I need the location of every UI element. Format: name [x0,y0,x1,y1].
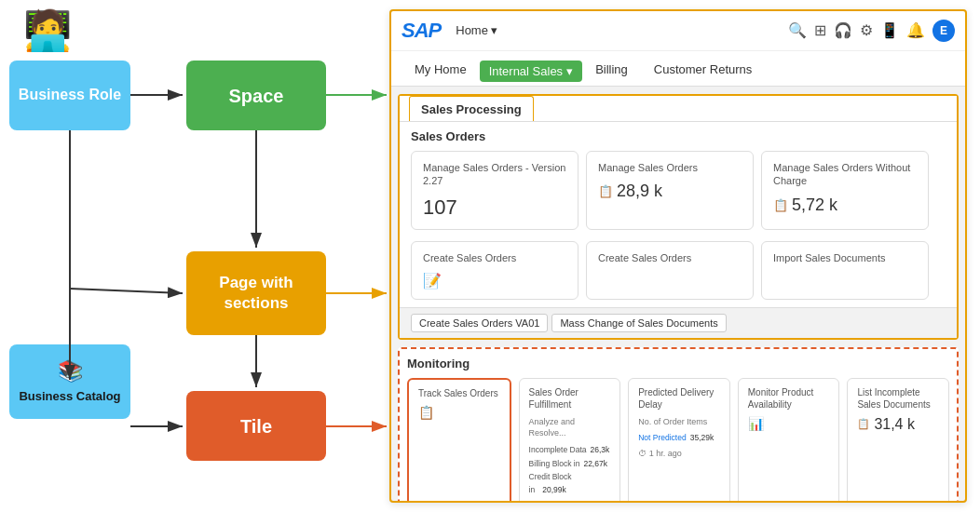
tile-value-1: 107 [423,195,566,220]
bottom-tab-mass-change[interactable]: Mass Change of Sales Documents [551,314,726,332]
page-with-sections-box: Page with sections [186,251,326,335]
monitoring-wrapper: Monitoring Track Sales Orders 📋 Sales Or… [398,347,959,502]
sap-logo: SAP [402,19,441,43]
page-section-wrapper: Sales Processing Sales Orders Manage Sal… [398,94,959,340]
nav-tab-customer-returns[interactable]: Customer Returns [641,55,765,86]
business-role-box: Business Role [9,61,130,130]
monitoring-tile-fulfillment[interactable]: Sales Order Fulfillment Analyze and Reso… [519,378,621,502]
tile-create-sales-orders-2[interactable]: Create Sales Orders [586,241,754,300]
mon-avail-title: Monitor Product Availability [748,386,830,411]
tile-title-3: Manage Sales Orders Without Charge [773,161,917,188]
tile-manage-sales-orders-v2[interactable]: Manage Sales Orders - Version 2.27 107 [411,151,578,230]
space-box: Space [186,61,326,130]
sales-orders-title: Sales Orders [400,122,957,147]
settings-icon[interactable]: ⚙ [860,21,873,39]
tile-title-6: Import Sales Documents [773,251,917,264]
tile-title-1: Manage Sales Orders - Version 2.27 [423,161,566,188]
mon-delivery-data: Not Predicted35,29k [638,431,720,444]
svg-line-6 [70,289,183,293]
home-label: Home [456,23,488,37]
mobile-icon[interactable]: 📱 [880,21,899,39]
shell-nav: My Home Internal Sales ▾ Billing Custome… [390,51,966,87]
tile-label: Tile [240,414,272,438]
home-chevron: ▾ [491,23,497,37]
home-menu[interactable]: Home ▾ [456,23,497,37]
bottom-tabs: Create Sales Orders VA01 Mass Change of … [400,307,957,338]
mon-delivery-sub: No. of Order Items [638,416,720,428]
headset-icon[interactable]: 🎧 [834,21,852,39]
sales-orders-section: Sales Orders Manage Sales Orders - Versi… [400,122,957,338]
grid-icon[interactable]: ⊞ [814,21,826,39]
nav-tab-internal-sales[interactable]: Internal Sales ▾ [480,61,583,82]
user-avatar[interactable]: E [932,20,955,42]
mon-track-icon: 📋 [418,405,500,420]
mon-fulfill-time: ⏱ 1 hr. ago [529,501,611,502]
mon-track-title: Track Sales Orders [418,387,500,399]
tile-value-2: 📋 28,9 k [598,182,742,201]
monitoring-tiles: Track Sales Orders 📋 Sales Order Fulfill… [407,378,949,502]
shell-content: Sales Processing Sales Orders Manage Sal… [390,87,966,502]
tile-import-sales-docs[interactable]: Import Sales Documents [761,241,929,300]
shell-topbar: SAP Home ▾ 🔍 ⊞ 🎧 ⚙ 📱 🔔 E [390,10,966,51]
sales-tiles-row-1: Manage Sales Orders - Version 2.27 107 M… [400,147,957,237]
business-catalog-box: 📚 Business Catalog [9,344,130,419]
monitoring-tile-incomplete[interactable]: List Incomplete Sales Documents 📋 31,4 k [847,378,949,502]
tile-title-5: Create Sales Orders [598,251,742,264]
monitoring-tile-availability[interactable]: Monitor Product Availability 📊 [738,378,840,502]
page-tab-header: Sales Processing [400,96,957,122]
tile-value-3: 📋 5,72 k [773,195,917,215]
nav-tab-my-home[interactable]: My Home [402,55,480,86]
bottom-tab-create-va01[interactable]: Create Sales Orders VA01 [411,314,548,332]
sales-tiles-row-2: Create Sales Orders 📝 Create Sales Order… [400,237,957,307]
person-illustration: 🧑‍💻 [23,7,72,53]
tile-box: Tile [186,391,326,461]
tile-manage-sales-orders[interactable]: Manage Sales Orders 📋 28,9 k [586,151,754,230]
monitoring-title: Monitoring [407,357,949,371]
monitoring-tile-delivery[interactable]: Predicted Delivery Delay No. of Order It… [628,378,730,502]
tile-manage-sales-orders-no-charge[interactable]: Manage Sales Orders Without Charge 📋 5,7… [761,151,929,230]
sap-shell: SAP Home ▾ 🔍 ⊞ 🎧 ⚙ 📱 🔔 E My Home Interna… [389,9,967,503]
sales-processing-tab[interactable]: Sales Processing [409,96,534,121]
bell-icon[interactable]: 🔔 [906,21,925,39]
tile-create-sales-orders[interactable]: Create Sales Orders 📝 [411,241,578,300]
mon-fulfill-title: Sales Order Fulfillment [529,386,611,411]
mon-fulfill-sub: Analyze and Resolve... [529,416,611,439]
business-role-label: Business Role [19,86,121,105]
page-with-sections-label: Page with sections [194,273,319,314]
mon-incomplete-title: List Incomplete Sales Documents [857,386,939,411]
nav-tab-billing[interactable]: Billing [582,55,641,86]
topbar-icons: 🔍 ⊞ 🎧 ⚙ 📱 🔔 E [788,20,955,42]
tile-title-2: Manage Sales Orders [598,161,742,174]
mon-delivery-title: Predicted Delivery Delay [638,386,720,411]
space-label: Space [229,84,284,108]
mon-delivery-time: ⏱ 1 hr. ago [638,449,720,458]
tile-icon-4: 📝 [423,272,566,290]
tile-title-4: Create Sales Orders [423,251,566,264]
mon-incomplete-val: 📋 31,4 k [857,416,939,433]
mon-fulfill-data: Incomplete Data26,3k Billing Block in22,… [529,443,611,497]
diagram-area: 🧑‍💻 Business Role Space Page with sectio… [0,0,391,512]
monitoring-tile-track[interactable]: Track Sales Orders 📋 [407,378,511,502]
business-catalog-label: Business Catalog [19,389,120,405]
mon-avail-icon: 📊 [748,416,830,431]
search-icon[interactable]: 🔍 [788,21,807,39]
